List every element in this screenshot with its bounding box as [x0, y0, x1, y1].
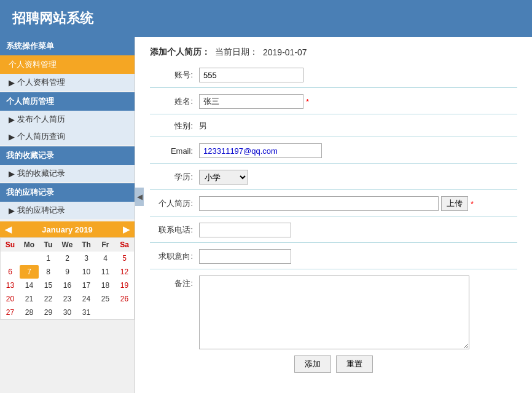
- name-required: *: [306, 97, 309, 106]
- calendar: ◀ January 2019 ▶ Su Mo Tu We Th Fr Sa: [0, 221, 135, 320]
- day-su: Su: [1, 238, 20, 252]
- calendar-cell[interactable]: 1: [39, 252, 58, 265]
- name-input[interactable]: [199, 94, 303, 109]
- calendar-cell[interactable]: 6: [1, 265, 20, 279]
- calendar-cell[interactable]: 2: [58, 252, 77, 265]
- calendar-cell[interactable]: 10: [77, 265, 96, 279]
- resume-required: *: [471, 199, 474, 208]
- name-label: 姓名:: [150, 96, 199, 107]
- calendar-cell-today[interactable]: 7: [20, 265, 39, 279]
- calendar-cell[interactable]: 31: [77, 306, 96, 319]
- education-select[interactable]: 小学 初中 高中 大专 本科 研究生: [199, 170, 248, 185]
- calendar-prev-btn[interactable]: ◀: [5, 224, 12, 234]
- arrow-icon: ▶: [9, 132, 15, 141]
- calendar-cell[interactable]: 23: [58, 292, 77, 306]
- form-title-date: 2019-01-07: [263, 47, 307, 57]
- calendar-cell[interactable]: [20, 252, 39, 265]
- form-title: 添加个人简历： 当前日期： 2019-01-07: [150, 47, 517, 58]
- calendar-cell[interactable]: 4: [96, 252, 115, 265]
- calendar-cell[interactable]: 12: [115, 265, 134, 279]
- calendar-cell[interactable]: 26: [115, 292, 134, 306]
- calendar-cell[interactable]: 19: [115, 279, 134, 292]
- job-intention-input[interactable]: [199, 249, 291, 264]
- sidebar-item-applications[interactable]: ▶ 我的应聘记录: [0, 202, 135, 219]
- calendar-cell[interactable]: 15: [39, 279, 58, 292]
- form-title-date-label: 当前日期：: [215, 47, 258, 58]
- calendar-header: ◀ January 2019 ▶: [0, 221, 135, 237]
- app-header: 招聘网站系统: [0, 0, 532, 37]
- calendar-cell[interactable]: 9: [58, 265, 77, 279]
- calendar-cell[interactable]: 17: [77, 279, 96, 292]
- app-title: 招聘网站系统: [12, 9, 93, 28]
- account-row: 账号:: [150, 68, 517, 88]
- calendar-cell[interactable]: 22: [39, 292, 58, 306]
- sidebar-section-favorites: 我的收藏记录: [0, 146, 135, 165]
- sidebar-item-publish-resume[interactable]: ▶ 发布个人简历: [0, 111, 135, 128]
- upload-btn[interactable]: 上传: [441, 196, 468, 211]
- add-button[interactable]: 添加: [294, 355, 331, 373]
- calendar-cell[interactable]: 20: [1, 292, 20, 306]
- name-row: 姓名: *: [150, 94, 517, 114]
- sidebar-item-favorites[interactable]: ▶ 我的收藏记录: [0, 165, 135, 182]
- account-input[interactable]: [199, 68, 303, 82]
- day-fr: Fr: [96, 238, 115, 252]
- calendar-next-btn[interactable]: ▶: [123, 224, 130, 234]
- calendar-cell[interactable]: [1, 252, 20, 265]
- calendar-cell[interactable]: 14: [20, 279, 39, 292]
- calendar-cell[interactable]: 25: [96, 292, 115, 306]
- content-area: 添加个人简历： 当前日期： 2019-01-07 账号: 姓名: * 性别: 男: [135, 37, 532, 393]
- calendar-body: 1 2 3 4 5 6 7 8 9 10 11 12 13 14 15: [1, 252, 134, 319]
- resume-label: 个人简历:: [150, 198, 199, 209]
- email-label: Email:: [150, 146, 199, 156]
- arrow-icon: ▶: [9, 206, 15, 215]
- calendar-cell[interactable]: 16: [58, 279, 77, 292]
- calendar-cell[interactable]: 30: [58, 306, 77, 319]
- arrow-icon: ▶: [9, 169, 15, 178]
- form-buttons: 添加 重置: [150, 355, 517, 373]
- job-intention-row: 求职意向:: [150, 249, 517, 269]
- calendar-cell[interactable]: 11: [96, 265, 115, 279]
- calendar-cell[interactable]: 24: [77, 292, 96, 306]
- day-mo: Mo: [20, 238, 39, 252]
- gender-label: 性别:: [150, 121, 199, 132]
- email-row: Email:: [150, 143, 517, 164]
- calendar-cell[interactable]: 28: [20, 306, 39, 319]
- sidebar-collapse-handle[interactable]: ◀: [135, 188, 144, 206]
- email-input[interactable]: [199, 143, 322, 158]
- calendar-cell[interactable]: 27: [1, 306, 20, 319]
- notes-textarea[interactable]: [199, 276, 469, 349]
- form-title-label: 添加个人简历：: [150, 47, 210, 58]
- sidebar-item-resume-query[interactable]: ▶ 个人简历查询: [0, 128, 135, 145]
- sidebar: 系统操作菜单 个人资料管理 ▶ 个人资料管理 个人简历管理 ▶ 发布个人简历 ▶…: [0, 37, 135, 393]
- sidebar-section-resume: 个人简历管理: [0, 92, 135, 111]
- calendar-cell[interactable]: 21: [20, 292, 39, 306]
- notes-row: 备注:: [150, 276, 517, 349]
- calendar-grid: Su Mo Tu We Th Fr Sa 1 2 3 4 5: [0, 237, 135, 320]
- sidebar-section-personal-info[interactable]: 个人资料管理: [0, 55, 135, 74]
- reset-button[interactable]: 重置: [336, 355, 373, 373]
- sidebar-item-personal-profile[interactable]: ▶ 个人资料管理: [0, 74, 135, 91]
- day-tu: Tu: [39, 238, 58, 252]
- day-we: We: [58, 238, 77, 252]
- calendar-cell[interactable]: 8: [39, 265, 58, 279]
- notes-label: 备注:: [150, 276, 199, 289]
- calendar-cell[interactable]: 13: [1, 279, 20, 292]
- calendar-cell[interactable]: 18: [96, 279, 115, 292]
- content-inner: 添加个人简历： 当前日期： 2019-01-07 账号: 姓名: * 性别: 男: [135, 37, 532, 383]
- calendar-cell: [115, 306, 134, 319]
- gender-value: 男: [199, 121, 207, 132]
- education-row: 学历: 小学 初中 高中 大专 本科 研究生: [150, 170, 517, 190]
- arrow-icon: ▶: [9, 78, 15, 87]
- phone-input[interactable]: [199, 223, 291, 237]
- account-label: 账号:: [150, 69, 199, 81]
- resume-input[interactable]: [199, 196, 439, 211]
- sidebar-section-applications: 我的应聘记录: [0, 183, 135, 202]
- calendar-month-label: January 2019: [42, 225, 92, 234]
- day-sa: Sa: [115, 238, 134, 252]
- education-label: 学历:: [150, 172, 199, 183]
- calendar-cell[interactable]: 29: [39, 306, 58, 319]
- job-intention-label: 求职意向:: [150, 251, 199, 262]
- day-th: Th: [77, 238, 96, 252]
- calendar-cell[interactable]: 3: [77, 252, 96, 265]
- calendar-cell[interactable]: 5: [115, 252, 134, 265]
